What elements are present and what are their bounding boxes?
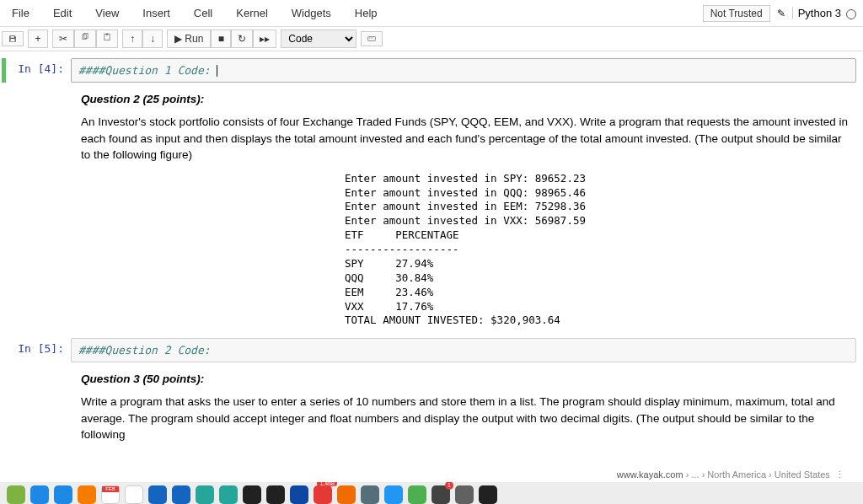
dock-app-icon[interactable] <box>408 485 426 504</box>
dock-app-icon[interactable] <box>384 485 403 504</box>
run-button[interactable]: ▶ Run <box>167 29 211 48</box>
menu-file[interactable]: File <box>0 3 41 23</box>
dock-app-icon[interactable] <box>78 485 96 504</box>
dock-app-icon[interactable] <box>148 485 167 504</box>
save-button[interactable] <box>2 31 24 46</box>
kernel-name[interactable]: Python 3 <box>792 7 856 19</box>
dock-app-icon[interactable] <box>125 485 143 504</box>
menu-insert[interactable]: Insert <box>131 3 182 23</box>
dock-app-icon[interactable] <box>7 485 25 504</box>
dock-app-icon[interactable]: 1,468 <box>314 485 332 504</box>
restart-run-button[interactable]: ▸▸ <box>253 29 276 48</box>
not-trusted-button[interactable]: Not Trusted <box>703 5 770 22</box>
cell-input[interactable]: ####Question 2 Code: <box>71 338 856 362</box>
dock-app-icon[interactable] <box>219 485 238 504</box>
question-2-sample-output: Enter amount invested in SPY: 89652.23 E… <box>345 172 586 329</box>
dock-app-icon[interactable] <box>290 485 308 504</box>
copy-button[interactable] <box>74 29 96 48</box>
question-3-title: Question 3 (50 points): <box>81 373 850 385</box>
dock-app-icon[interactable] <box>243 485 261 504</box>
kayak-breadcrumb: www.kayak.com › ... › North America › Un… <box>610 468 863 482</box>
pencil-icon[interactable]: ✎ <box>777 8 785 19</box>
markdown-question-2: Question 2 (25 points): An Investor's st… <box>5 89 856 331</box>
question-2-body: An Investor's stock portfolio consists o… <box>81 114 850 164</box>
stop-button[interactable]: ■ <box>211 29 231 48</box>
svg-rect-5 <box>369 38 370 39</box>
dock-app-icon[interactable] <box>30 485 49 504</box>
add-cell-button[interactable]: + <box>28 29 48 48</box>
move-down-button[interactable]: ↓ <box>142 29 163 48</box>
menu-edit[interactable]: Edit <box>41 3 83 23</box>
menu-help[interactable]: Help <box>343 3 389 23</box>
command-palette-button[interactable] <box>361 31 383 46</box>
dock-app-icon[interactable] <box>479 485 497 504</box>
code-cell-5[interactable]: In [5]: ####Question 2 Code: <box>5 338 856 362</box>
menu-widgets[interactable]: Widgets <box>280 3 343 23</box>
question-2-title: Question 2 (25 points): <box>81 93 850 105</box>
notebook-area[interactable]: In [4]: ####Question 1 Code: Question 2 … <box>0 51 863 496</box>
dock-app-icon[interactable] <box>455 485 474 504</box>
move-up-button[interactable]: ↑ <box>122 29 142 48</box>
restart-button[interactable]: ↻ <box>231 29 253 48</box>
toolbar: + ✂ ↑ ↓ ▶ Run ■ ↻ ▸▸ Code <box>0 27 863 51</box>
dock-app-icon[interactable] <box>266 485 285 504</box>
paste-button[interactable] <box>96 29 118 48</box>
markdown-question-3: Question 3 (50 points): Write a program … <box>5 369 856 455</box>
kernel-status-icon <box>846 9 856 19</box>
menu-kernel[interactable]: Kernel <box>224 3 280 23</box>
dock-app-icon[interactable] <box>54 485 72 504</box>
cell-type-select[interactable]: Code <box>281 29 356 48</box>
dock-app-icon[interactable]: 1 <box>432 485 450 504</box>
dock-app-icon[interactable] <box>172 485 190 504</box>
dock-app-icon[interactable]: FEB <box>101 485 120 504</box>
code-cell-4[interactable]: In [4]: ####Question 1 Code: <box>5 58 856 83</box>
svg-rect-3 <box>106 34 109 35</box>
question-3-body: Write a program that asks the user to en… <box>81 394 850 443</box>
menubar: File Edit View Insert Cell Kernel Widget… <box>0 0 863 27</box>
menu-view[interactable]: View <box>83 3 131 23</box>
cell-input[interactable]: ####Question 1 Code: <box>71 58 856 83</box>
cut-button[interactable]: ✂ <box>52 29 74 48</box>
menu-cell[interactable]: Cell <box>182 3 224 23</box>
macos-dock: FEB1,4681 <box>0 482 863 504</box>
svg-rect-6 <box>371 38 372 39</box>
svg-rect-4 <box>368 37 376 41</box>
svg-rect-7 <box>373 38 373 39</box>
cell-prompt: In [5]: <box>5 338 71 362</box>
dock-app-icon[interactable] <box>361 485 379 504</box>
cell-prompt: In [4]: <box>5 58 71 83</box>
dock-app-icon[interactable] <box>196 485 214 504</box>
dock-app-icon[interactable] <box>337 485 356 504</box>
